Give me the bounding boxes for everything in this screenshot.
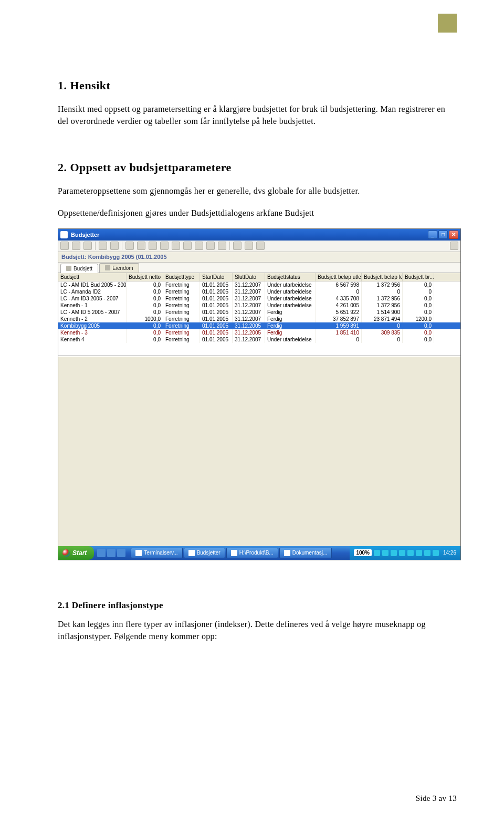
toolbar-icon[interactable] [256, 242, 265, 250]
table-cell: Under utarbeidelse [265, 302, 316, 309]
table-row[interactable]: Kenneth 40,0Forretning01.01.200531.12.20… [58, 336, 460, 343]
col-header[interactable]: Budsjett br... [403, 273, 434, 281]
embedded-screenshot: Budsjetter _ □ ✕ [58, 228, 461, 560]
maximize-button[interactable]: □ [438, 231, 448, 239]
table-cell: Ferdig [265, 322, 316, 329]
toolbar-icon[interactable] [172, 242, 180, 250]
data-grid[interactable]: Budsjett Budsjett netto Budsjetttype Sta… [58, 273, 460, 356]
toolbar-icon[interactable] [245, 242, 253, 250]
table-cell: Forretning [163, 288, 200, 295]
table-cell: 31.12.2007 [233, 316, 265, 322]
toolbar-icon[interactable] [99, 242, 107, 250]
table-cell: 0,0 [127, 302, 163, 309]
paragraph-2-1: Parameteroppsettene som gjennomgås her e… [58, 185, 457, 197]
table-cell: 23 871 494 [362, 316, 403, 322]
table-cell: 01.01.2005 [200, 288, 233, 295]
table-cell: 0 [362, 288, 403, 295]
col-header[interactable]: Budsjett [58, 273, 127, 281]
quicklaunch-icon[interactable] [117, 549, 125, 557]
toolbar-icon[interactable] [149, 242, 157, 250]
toolbar-icon[interactable] [110, 242, 119, 250]
col-header[interactable]: StartDato [200, 273, 233, 281]
table-cell: 1200,0 [403, 316, 434, 322]
table-cell: Kombibygg 2005 [58, 322, 127, 329]
document-body: 1. Hensikt Hensikt med oppsett og parame… [0, 0, 504, 683]
tab-label: Eiendom [112, 265, 133, 271]
toolbar-icon[interactable] [218, 242, 226, 250]
toolbar-icon[interactable] [72, 242, 80, 250]
page-corner-mark [438, 14, 457, 33]
window-titlebar[interactable]: Budsjetter _ □ ✕ [58, 229, 460, 241]
tray-icon[interactable] [382, 550, 388, 556]
task-label: Terminalserv... [144, 550, 177, 556]
toolbar-icon[interactable] [125, 242, 134, 250]
toolbar-icon[interactable] [160, 242, 169, 250]
table-cell: 31.12.2007 [233, 281, 265, 288]
table-cell: 0,0 [403, 329, 434, 336]
task-button[interactable]: Dokumentasj... [279, 548, 332, 558]
table-row[interactable]: LC - Amanda ID20,0Forretning01.01.200531… [58, 288, 460, 295]
empty-pane [58, 356, 460, 546]
record-title: Budsjett: Kombibygg 2005 (01.01.2005 [58, 252, 460, 263]
tray-icon[interactable] [399, 550, 405, 556]
table-row[interactable]: Kenneth - 21000,0Forretning01.01.200531.… [58, 316, 460, 322]
table-cell: Kenneth - 1 [58, 302, 127, 309]
table-row[interactable]: LC - Am ID3 2005 - 20070,0Forretning01.0… [58, 295, 460, 302]
col-header[interactable]: SluttDato [233, 273, 265, 281]
col-header[interactable]: Budsjetttype [163, 273, 200, 281]
table-cell: 01.01.2005 [200, 336, 233, 343]
table-row[interactable]: LC - AM ID 5 2005 - 20070,0Forretning01.… [58, 309, 460, 316]
quicklaunch-icon[interactable] [107, 549, 116, 557]
col-header[interactable]: Budsjett netto [127, 273, 163, 281]
toolbar-icon[interactable] [183, 242, 192, 250]
start-label: Start [72, 549, 87, 557]
table-row[interactable]: Kombibygg 20050,0Forretning01.01.200531.… [58, 322, 460, 329]
toolbar-icon[interactable] [60, 242, 69, 250]
taskbar: Start Terminalserv... Budsjetter H:\Prod… [58, 546, 460, 560]
table-cell: Ferdig [265, 316, 316, 322]
tab-eiendom[interactable]: Eiendom [99, 263, 139, 273]
table-cell: 0,0 [403, 322, 434, 329]
table-cell: 0 [362, 322, 403, 329]
task-icon [231, 550, 237, 556]
tray-icon[interactable] [407, 550, 414, 556]
zoom-badge[interactable]: 100% [354, 549, 372, 556]
app-icon [60, 231, 68, 238]
col-header[interactable]: Budsjettstatus [265, 273, 316, 281]
start-button[interactable]: Start [58, 546, 94, 560]
toolbar-icon[interactable] [195, 242, 203, 250]
task-button[interactable]: Budsjetter [184, 548, 225, 558]
system-tray: 100% 14:26 [350, 546, 460, 560]
toolbar-icon[interactable] [206, 242, 215, 250]
col-header[interactable]: Budsjett beløp utleid [316, 273, 362, 281]
task-icon [135, 550, 142, 556]
table-cell: 31.12.2005 [233, 322, 265, 329]
tray-icon[interactable] [433, 550, 439, 556]
toolbar-icon[interactable] [450, 242, 458, 250]
table-cell: 01.01.2005 [200, 281, 233, 288]
tray-icon[interactable] [374, 550, 380, 556]
toolbar-icon[interactable] [233, 242, 242, 250]
quicklaunch-icon[interactable] [97, 549, 106, 557]
table-row[interactable]: Kenneth - 10,0Forretning01.01.200531.12.… [58, 302, 460, 309]
task-button[interactable]: Terminalserv... [131, 548, 182, 558]
tray-icon[interactable] [424, 550, 430, 556]
task-button[interactable]: H:\Produkt\B... [226, 548, 278, 558]
tray-icon[interactable] [391, 550, 397, 556]
toolbar-icon[interactable] [137, 242, 145, 250]
tray-icon[interactable] [416, 550, 422, 556]
table-row[interactable]: LC - AM ID1 Bud 2005 - 20070,0Forretning… [58, 281, 460, 288]
tab-budsjett[interactable]: Budsjett [60, 264, 98, 273]
table-cell: 0,0 [127, 309, 163, 316]
close-button[interactable]: ✕ [449, 231, 458, 239]
table-row[interactable]: Kenneth - 30,0Forretning01.01.200531.12.… [58, 329, 460, 336]
table-cell: 0 [316, 288, 362, 295]
table-cell: LC - Amanda ID2 [58, 288, 127, 295]
minimize-button[interactable]: _ [428, 231, 437, 239]
table-cell: 0 [316, 336, 362, 343]
clock: 14:26 [443, 550, 456, 556]
toolbar-icon[interactable] [83, 242, 92, 250]
table-cell: Forretning [163, 295, 200, 302]
tab-icon [66, 266, 71, 271]
col-header[interactable]: Budsjett beløp le.. [362, 273, 403, 281]
